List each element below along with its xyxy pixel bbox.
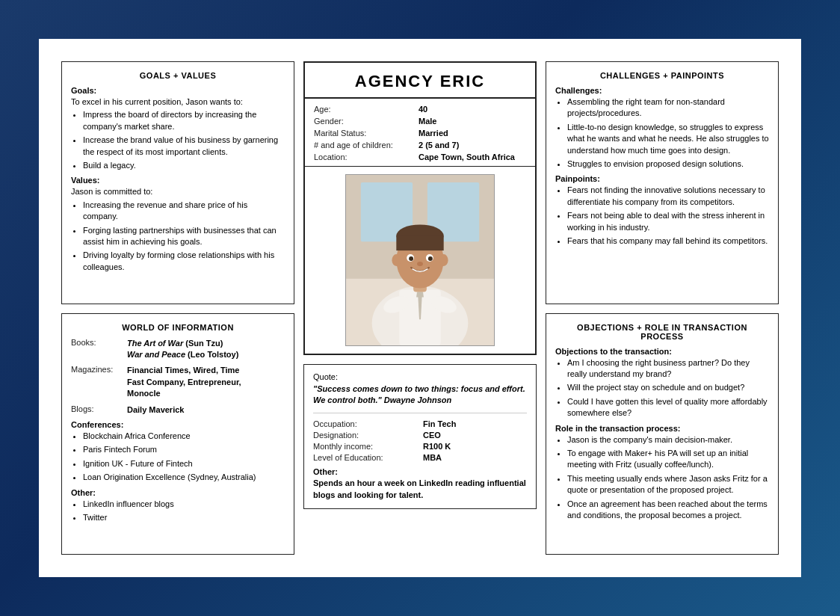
value-item-1: Increasing the revenue and share price o… [83,200,285,223]
role-item-2: To engage with Maker+ his PA will set up… [567,448,769,471]
objection-item-3: Could I have gotten this level of qualit… [567,396,769,419]
occupation-section: Occupation: Fin Tech Designation: CEO Mo… [313,413,527,501]
education-label: Level of Education: [313,453,417,462]
conf-item-1: Blockchain Africa Conference [83,431,285,442]
challenges-title: CHALLENGES + PAINPOINTS [555,71,769,80]
magazines-label: Magazines: [71,365,127,399]
svg-point-15 [439,254,448,266]
other-text-value: Spends an hour a week on LinkedIn readin… [313,478,526,499]
location-row: Location: Cape Town, South Africa [305,151,535,163]
conferences-list: Blockchain Africa Conference Paris Finte… [71,431,285,484]
age-value: 40 [419,105,427,114]
role-list: Jason is the company's main decision-mak… [555,434,769,522]
painpoints-list: Fears not finding the innovative solutio… [555,185,769,247]
values-intro: Jason is committed to: [71,186,285,197]
goals-values-title: GOALS + VALUES [71,71,285,80]
goal-item-2: Increase the brand value of his business… [83,135,285,158]
value-item-3: Driving loyalty by forming close relatio… [83,250,285,273]
painpoints-label: Painpoints: [555,174,769,183]
other-item-2: Twitter [83,512,285,523]
profile-photo [345,174,495,346]
goal-item-1: Impress the board of directors by increa… [83,109,285,132]
goals-values-card: GOALS + VALUES Goals: To excel in his cu… [61,61,294,304]
world-of-info-card: WORLD OF INFORMATION Books: The Art of W… [61,313,294,555]
objections-label: Objections to the transaction: [555,347,769,356]
challenge-item-1: Assembling the right team for non-standa… [567,96,769,120]
objections-list: Am I choosing the right business partner… [555,357,769,419]
challenge-item-3: Struggles to envision proposed design so… [567,158,769,170]
values-list: Increasing the revenue and share price o… [71,200,285,273]
role-item-4: Once an agreement has been reached about… [567,499,769,522]
blogs-row: Blogs: Daily Maverick [71,404,285,416]
magazines-row: Magazines: Financial Times, Wired, TimeF… [71,365,285,399]
goals-list: Impress the board of directors by increa… [71,109,285,171]
occupation-grid: Occupation: Fin Tech Designation: CEO Mo… [313,419,527,462]
quote-card: Quote: "Success comes down to two things… [303,364,537,509]
svg-point-18 [409,256,413,261]
objections-title: OBJECTIONS + ROLE IN TRANSACTION PROCESS [555,323,769,341]
svg-point-14 [392,254,401,266]
challenges-list: Assembling the right team for non-standa… [555,96,769,170]
svg-rect-13 [396,235,443,250]
painpoint-item-1: Fears not finding the innovative solutio… [567,185,769,208]
children-label: # and age of children: [314,141,419,150]
gender-row: Gender: Male [305,115,535,127]
painpoint-item-2: Fears not being able to deal with the st… [567,210,769,233]
other-list: LinkedIn influencer blogs Twitter [71,499,285,524]
value-item-2: Forging lasting partnerships with busine… [83,225,285,248]
other-label-center: Other: [313,467,338,476]
occupation-label: Occupation: [313,419,417,428]
painpoint-item-3: Fears that his company may fall behind i… [567,235,769,247]
books-row: Books: The Art of War (Sun Tzu)War and P… [71,338,285,361]
world-of-info-title: WORLD OF INFORMATION [71,323,285,332]
gender-label: Gender: [314,117,419,126]
magazines-value: Financial Times, Wired, TimeFast Company… [127,365,241,399]
books-value: The Art of War (Sun Tzu)War and Peace (L… [127,338,238,361]
children-row: # and age of children: 2 (5 and 7) [305,139,535,151]
center-column: AGENCY ERIC Age: 40 Gender: Male Marital… [303,61,537,555]
conferences-label: Conferences: [71,420,285,429]
conferences-section: Conferences: Blockchain Africa Conferenc… [71,420,285,484]
marital-value: Married [419,129,448,138]
marital-row: Marital Status: Married [305,127,535,139]
conf-item-4: Loan Origination Excellence (Sydney, Aus… [83,472,285,483]
conf-item-3: Ignition UK - Future of Fintech [83,458,285,469]
photo-area [305,166,535,354]
age-label: Age: [314,105,419,114]
role-item-1: Jason is the company's main decision-mak… [567,434,769,446]
designation-value: CEO [423,431,527,440]
svg-point-19 [428,256,433,261]
challenge-item-2: Little-to-no design knowledge, so strugg… [567,122,769,156]
goals-intro: To excel in his current position, Jason … [71,96,285,108]
books-label: Books: [71,338,127,361]
values-label: Values: [71,176,285,185]
location-label: Location: [314,153,419,161]
other-text-section: Other: Spends an hour a week on LinkedIn… [313,466,527,501]
children-value: 2 (5 and 7) [419,141,459,150]
quote-text: "Success comes down to two things: focus… [313,384,527,407]
occupation-value: Fin Tech [423,419,527,428]
info-section: Age: 40 Gender: Male Marital Status: Mar… [305,99,535,166]
quote-label: Quote: [313,372,527,381]
other-section: Other: LinkedIn influencer blogs Twitter [71,488,285,524]
agency-card: AGENCY ERIC Age: 40 Gender: Male Marital… [303,61,537,355]
objections-card: OBJECTIONS + ROLE IN TRANSACTION PROCESS… [546,313,779,555]
quote-author: Dwayne Johnson [382,395,452,404]
person-illustration [346,174,494,346]
svg-marker-7 [416,292,424,298]
blogs-label: Blogs: [71,404,127,416]
page: GOALS + VALUES Goals: To excel in his cu… [39,39,801,577]
objection-item-1: Am I choosing the right business partner… [567,357,769,381]
role-item-3: This meeting usually ends where Jason as… [567,473,769,496]
goal-item-3: Build a legacy. [83,160,285,171]
location-value: Cape Town, South Africa [419,153,515,161]
age-row: Age: 40 [305,103,535,115]
designation-label: Designation: [313,431,417,440]
other-item-1: LinkedIn influencer blogs [83,499,285,510]
goals-label: Goals: [71,86,285,95]
challenges-card: CHALLENGES + PAINPOINTS Challenges: Asse… [546,61,779,304]
marital-label: Marital Status: [314,129,419,138]
other-label: Other: [71,488,285,497]
gender-value: Male [419,117,436,126]
income-label: Monthly income: [313,442,417,451]
